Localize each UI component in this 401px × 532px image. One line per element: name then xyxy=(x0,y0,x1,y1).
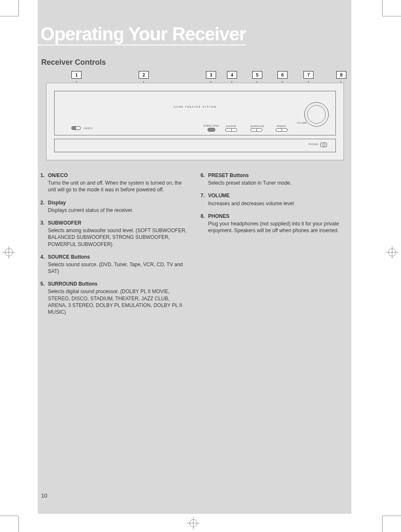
receiver-diagram: 1 2 3 4 5 6 7 8 HOME THEATRE SYSTEM xyxy=(46,71,343,160)
item-body: Displays current status of the receiver. xyxy=(40,207,189,214)
crop-tick xyxy=(18,0,19,16)
item-title: VOLUME xyxy=(208,193,230,199)
item-body: Selects digital sound processor. (DOLBY … xyxy=(40,288,189,315)
callout-2: 2 xyxy=(139,71,149,79)
power-switch: ON/ECO xyxy=(71,126,93,130)
item-8: 8.PHONES Plug your headphones (not suppl… xyxy=(200,213,349,234)
item-5: 5.SURROUND Buttons Selects digital sound… xyxy=(40,281,189,315)
callout-7: 7 xyxy=(303,71,314,79)
registration-mark-icon xyxy=(3,246,15,259)
control-label: SURROUND xyxy=(251,125,264,127)
item-title: SURROUND Buttons xyxy=(48,281,98,287)
title-block: Operating Your Receiver xyxy=(38,0,351,45)
receiver-upper-face: HOME THEATRE SYSTEM ON/ECO SUBWOOFER SOU… xyxy=(54,91,336,135)
item-title: PRESET Buttons xyxy=(208,172,249,178)
source-buttons-icon xyxy=(225,128,237,132)
surround-control: SURROUND xyxy=(251,125,264,132)
item-body: Selects preset station in Tuner mode. xyxy=(200,180,349,186)
item-number: 5. xyxy=(40,281,48,287)
phones-jack-icon xyxy=(320,143,327,147)
item-1: 1.ON/ECO Turns the unit on and off. When… xyxy=(40,172,189,193)
item-number: 4. xyxy=(40,254,48,260)
receiver-lower-face: PHONES xyxy=(54,139,336,152)
callout-8: 8 xyxy=(336,71,346,79)
power-switch-label: ON/ECO xyxy=(83,127,93,130)
source-control: SOURCE xyxy=(225,125,237,132)
item-number: 6. xyxy=(200,172,208,179)
control-label: SOURCE xyxy=(226,125,236,127)
receiver-front-panel: HOME THEATRE SYSTEM ON/ECO SUBWOOFER SOU… xyxy=(46,83,344,160)
right-column: 6.PRESET Buttons Selects preset station … xyxy=(200,172,349,321)
page-number: 10 xyxy=(41,492,47,499)
crop-tick xyxy=(18,516,19,532)
item-body: Increases and decreases volume level xyxy=(200,200,349,207)
page-title: Operating Your Receiver xyxy=(38,0,246,45)
item-2: 2.Display Displays current status of the… xyxy=(40,199,189,214)
volume-label-block: VOLUME xyxy=(297,122,307,124)
registration-mark-icon xyxy=(386,246,398,259)
left-column: 1.ON/ECO Turns the unit on and off. When… xyxy=(40,172,189,321)
item-number: 3. xyxy=(40,220,48,226)
item-6: 6.PRESET Buttons Selects preset station … xyxy=(200,172,349,186)
control-label: PRESET xyxy=(277,125,286,127)
crop-tick xyxy=(0,516,18,516)
item-number: 2. xyxy=(40,199,48,206)
crop-tick xyxy=(383,16,401,16)
callout-6: 6 xyxy=(277,71,288,79)
item-title: PHONES xyxy=(208,213,230,219)
item-3: 3.SUBWOOFER Selects among subwoofer soun… xyxy=(40,220,189,248)
item-title: ON/ECO xyxy=(48,172,68,178)
section-subtitle: Receiver Controls xyxy=(41,58,351,67)
callout-row: 1 2 3 4 5 6 7 8 xyxy=(67,71,336,81)
item-4: 4.SOURCE Buttons Selects sound source. (… xyxy=(40,254,189,275)
subwoofer-control: SUBWOOFER xyxy=(203,124,219,132)
item-body: Selects sound source. (DVD, Tuner, Tape,… xyxy=(40,261,189,275)
item-7: 7.VOLUME Increases and decreases volume … xyxy=(200,192,349,206)
item-number: 8. xyxy=(200,213,208,220)
subwoofer-button-icon xyxy=(208,128,215,132)
item-body: Turns the unit on and off. When the syst… xyxy=(40,180,189,193)
item-body: Selects among subwoofer sound level. (SO… xyxy=(40,227,189,248)
surround-buttons-icon xyxy=(251,128,262,132)
preset-control: PRESET xyxy=(276,125,288,132)
callout-3: 3 xyxy=(206,71,216,79)
crop-tick xyxy=(382,516,383,532)
registration-mark-icon xyxy=(187,517,200,529)
crop-tick xyxy=(383,516,401,516)
crop-tick xyxy=(0,16,18,16)
power-switch-icon xyxy=(71,126,81,130)
callout-1: 1 xyxy=(71,71,82,79)
item-title: SUBWOOFER xyxy=(48,220,81,226)
item-title: Display xyxy=(48,200,66,206)
item-number: 7. xyxy=(200,192,208,199)
description-columns: 1.ON/ECO Turns the unit on and off. When… xyxy=(38,172,351,321)
item-body: Plug your headphones (not supplied) into… xyxy=(200,220,349,234)
volume-dial-icon xyxy=(304,102,329,127)
item-number: 1. xyxy=(40,172,48,179)
crop-tick xyxy=(382,0,383,16)
item-title: SOURCE Buttons xyxy=(48,254,90,260)
callout-4: 4 xyxy=(227,71,237,79)
callout-5: 5 xyxy=(252,71,262,79)
control-label: SUBWOOFER xyxy=(203,124,219,127)
display-label: HOME THEATRE SYSTEM xyxy=(174,106,216,108)
phones-label: PHONES xyxy=(309,143,319,146)
control-label: VOLUME xyxy=(297,122,307,124)
page-panel: Operating Your Receiver Receiver Control… xyxy=(38,0,351,514)
preset-buttons-icon xyxy=(276,128,288,132)
